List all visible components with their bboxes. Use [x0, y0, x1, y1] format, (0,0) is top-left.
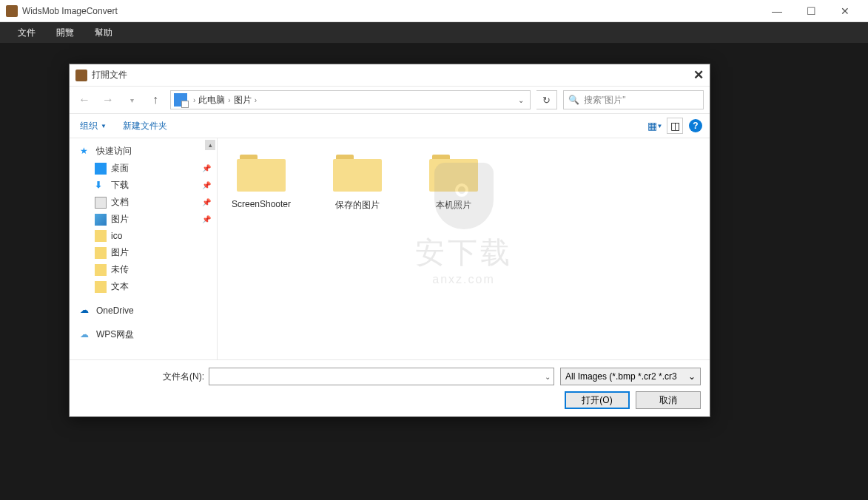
file-type-filter[interactable]: All Images (*.bmp *.cr2 *.cr3 ⌄ — [560, 368, 701, 385]
desktop-icon — [95, 163, 107, 175]
tree-item-label: OneDrive — [96, 305, 134, 316]
breadcrumb-dropdown[interactable]: ⌄ — [515, 96, 527, 104]
pin-icon: 📌 — [202, 164, 211, 172]
tree-item[interactable]: ico — [70, 228, 217, 244]
tree-item-label: 图片 — [111, 213, 129, 226]
menu-help[interactable]: 幫助 — [84, 22, 123, 43]
app-icon — [6, 5, 18, 17]
folder-name: 保存的图片 — [324, 199, 391, 212]
chevron-down-icon[interactable]: ⌄ — [545, 373, 551, 381]
picture-icon — [95, 214, 107, 226]
dialog-footer: 文件名(N): ⌄ All Images (*.bmp *.cr2 *.cr3 … — [70, 359, 710, 416]
folder-item[interactable]: 本机照片 — [420, 152, 487, 212]
folder-icon — [332, 152, 383, 193]
app-menubar: 文件 開覽 幫助 — [0, 22, 868, 43]
tree-item-label: 文本 — [111, 280, 129, 293]
breadcrumb-item[interactable]: 图片 — [234, 94, 252, 107]
tree-item[interactable]: ⬇下载📌 — [70, 177, 217, 194]
search-placeholder: 搜索"图片" — [584, 94, 626, 107]
dialog-toolbar: 组织▼ 新建文件夹 ▦ ▼ ◫ ? — [70, 113, 710, 138]
tree-item[interactable]: 文本 — [70, 278, 217, 295]
chevron-down-icon: ⌄ — [688, 371, 696, 382]
app-titlebar: WidsMob ImageConvert — ☐ ✕ — [0, 0, 868, 22]
cloud-icon: ☁ — [80, 329, 92, 341]
computer-icon — [174, 93, 187, 107]
folder-tree[interactable]: ▴ ★快速访问桌面📌⬇下载📌文档📌图片📌ico图片未传文本☁OneDrive☁W… — [70, 138, 218, 359]
chevron-down-icon: ▼ — [101, 123, 107, 129]
tree-item[interactable]: 桌面📌 — [70, 160, 217, 177]
dialog-main: ▴ ★快速访问桌面📌⬇下载📌文档📌图片📌ico图片未传文本☁OneDrive☁W… — [70, 138, 710, 359]
dialog-close-button[interactable]: ✕ — [682, 67, 704, 83]
onedrive-icon: ☁ — [80, 305, 92, 317]
scroll-up-icon[interactable]: ▴ — [205, 140, 215, 150]
dialog-title: 打開文件 — [92, 69, 682, 81]
open-file-dialog: 打開文件 ✕ ← → ▾ ↑ › 此电脑 › 图片 › ⌄ ↻ 🔍 搜索"图片" — [69, 64, 710, 417]
tree-item-label: 快速访问 — [96, 145, 132, 158]
close-button[interactable]: ✕ — [828, 0, 862, 22]
folder-icon — [95, 247, 107, 259]
organize-button[interactable]: 组织▼ — [77, 120, 110, 132]
nav-forward-button: → — [99, 91, 117, 109]
tree-item[interactable]: ☁WPS网盘 — [70, 326, 217, 343]
breadcrumb[interactable]: › 此电脑 › 图片 › ⌄ — [170, 90, 531, 109]
new-folder-button[interactable]: 新建文件夹 — [120, 120, 170, 132]
tree-item[interactable]: 图片 — [70, 244, 217, 261]
document-icon — [95, 197, 107, 209]
refresh-button[interactable]: ↻ — [536, 90, 557, 109]
open-button[interactable]: 打开(O) — [565, 391, 630, 409]
folder-name: 本机照片 — [420, 199, 487, 212]
pin-icon: 📌 — [202, 215, 211, 223]
cancel-button[interactable]: 取消 — [636, 391, 701, 409]
folder-icon — [95, 230, 107, 242]
dialog-nav: ← → ▾ ↑ › 此电脑 › 图片 › ⌄ ↻ 🔍 搜索"图片" — [70, 87, 710, 113]
tree-item-label: 图片 — [111, 246, 129, 259]
folder-item[interactable]: 保存的图片 — [324, 152, 391, 212]
pin-icon: 📌 — [202, 181, 211, 189]
tree-item-label: ico — [111, 231, 122, 241]
tree-item[interactable]: 未传 — [70, 261, 217, 278]
tree-item-label: 下载 — [111, 179, 129, 192]
menu-file[interactable]: 文件 — [7, 22, 46, 43]
dialog-titlebar: 打開文件 ✕ — [70, 64, 710, 87]
folder-icon — [95, 281, 107, 293]
tree-item-label: 未传 — [111, 263, 129, 276]
file-list[interactable]: ScreenShooter保存的图片本机照片 安下载 anxz.com — [218, 138, 710, 359]
view-mode-button[interactable]: ▦ ▼ — [645, 118, 665, 134]
chevron-right-icon: › — [190, 96, 198, 104]
app-body: 打開文件 ✕ ← → ▾ ↑ › 此电脑 › 图片 › ⌄ ↻ 🔍 搜索"图片" — [0, 43, 868, 500]
chevron-right-icon: › — [252, 96, 260, 104]
app-title: WidsMob ImageConvert — [22, 6, 760, 16]
help-button[interactable]: ? — [689, 119, 702, 132]
tree-item-label: WPS网盘 — [96, 328, 134, 341]
pin-icon: 📌 — [202, 198, 211, 206]
dialog-icon — [75, 70, 87, 81]
folder-icon — [235, 152, 287, 193]
tree-item[interactable]: 图片📌 — [70, 211, 217, 228]
tree-item-label: 文档 — [111, 196, 129, 209]
filename-label: 文件名(N): — [78, 371, 209, 383]
chevron-down-icon[interactable]: ▾ — [123, 91, 141, 109]
folder-name: ScreenShooter — [228, 199, 295, 209]
search-input[interactable]: 🔍 搜索"图片" — [563, 90, 704, 109]
search-icon: 🔍 — [568, 95, 579, 105]
preview-pane-button[interactable]: ◫ — [667, 118, 683, 134]
menu-view[interactable]: 開覽 — [46, 22, 84, 43]
download-icon: ⬇ — [95, 180, 107, 192]
tree-item[interactable]: 文档📌 — [70, 194, 217, 211]
tree-item-label: 桌面 — [111, 162, 129, 175]
chevron-right-icon: › — [225, 96, 233, 104]
breadcrumb-item[interactable]: 此电脑 — [198, 94, 225, 107]
minimize-button[interactable]: — — [760, 0, 794, 22]
tree-item[interactable]: ★快速访问 — [70, 143, 217, 160]
filename-input[interactable]: ⌄ — [209, 368, 554, 385]
maximize-button[interactable]: ☐ — [794, 0, 828, 22]
star-icon: ★ — [80, 146, 92, 158]
folder-icon — [95, 264, 107, 276]
nav-up-button[interactable]: ↑ — [147, 91, 164, 109]
folder-item[interactable]: ScreenShooter — [228, 152, 295, 212]
tree-item[interactable]: ☁OneDrive — [70, 303, 217, 319]
nav-back-button[interactable]: ← — [75, 91, 93, 109]
folder-icon — [428, 152, 480, 193]
